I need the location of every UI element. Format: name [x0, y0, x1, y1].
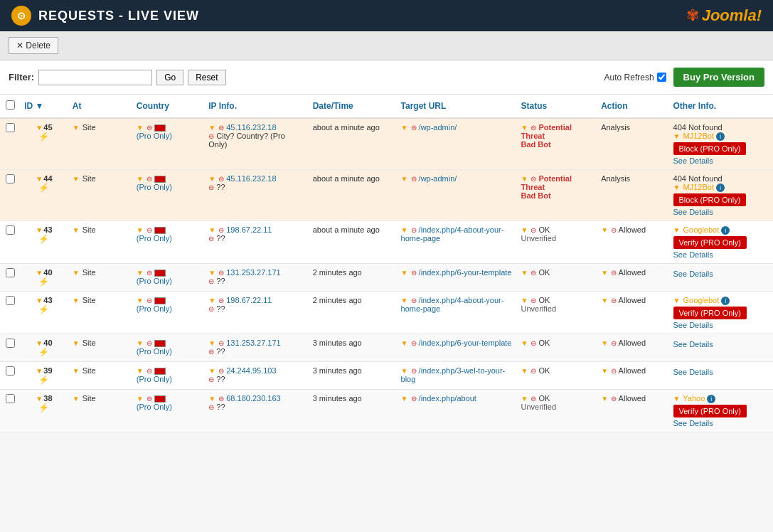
target-url-link[interactable]: /index.php/3-wel-to-your-blog [401, 366, 506, 383]
ip-address-link[interactable]: 24.244.95.103 [226, 366, 276, 375]
col-header-id[interactable]: ID ▼ [20, 95, 68, 118]
row-status: ▼ ⊖ Potential ThreatBad Bot [517, 118, 597, 170]
target-url-link[interactable]: /index.php/6-your-template [419, 268, 512, 277]
info-icon[interactable]: i [707, 395, 715, 403]
row-checkbox[interactable] [6, 174, 15, 183]
row-ip: ▼ ⊖ 198.67.22.11 ⊖ ?? [204, 221, 308, 264]
info-icon[interactable]: i [716, 183, 725, 192]
row-checkbox-cell[interactable] [0, 390, 20, 432]
col-header-url[interactable]: Target URL [397, 95, 517, 118]
info-icon[interactable]: i [721, 297, 730, 305]
buy-pro-button[interactable]: Buy Pro Version [673, 68, 764, 87]
see-details-link[interactable]: See Details [673, 270, 769, 278]
reset-button[interactable]: Reset [188, 70, 225, 85]
target-url-link[interactable]: /index.php/4-about-your-home-page [401, 225, 504, 243]
row-checkbox[interactable] [6, 296, 15, 305]
see-details-link[interactable]: See Details [673, 340, 769, 349]
country-pro-only: (Pro Only) [137, 375, 172, 383]
target-url-link[interactable]: /index.php/about [419, 394, 476, 403]
see-details-link[interactable]: See Details [673, 368, 769, 376]
row-checkbox[interactable] [6, 225, 15, 235]
filter-funnel-at: ▼ [73, 175, 80, 183]
delete-button[interactable]: ✕ Delete [9, 37, 58, 54]
select-all-checkbox-header[interactable] [0, 95, 20, 118]
filter-funnel-status: ▼ [521, 297, 528, 304]
verify-pro-button[interactable]: Verify (PRO Only) [673, 405, 747, 417]
ip-detail: ?? [216, 234, 225, 243]
row-url: ▼ ⊖ /index.php/6-your-template [397, 264, 517, 292]
row-checkbox[interactable] [6, 339, 15, 348]
filter-input[interactable] [38, 70, 152, 85]
block-icon-url: ⊖ [411, 175, 417, 183]
allowed-value: Allowed [619, 339, 646, 347]
filter-funnel-bot: ▼ [673, 132, 681, 140]
block-icon-country: ⊖ [146, 124, 152, 132]
row-checkbox-cell[interactable] [0, 334, 20, 362]
ip-address-link[interactable]: 198.67.22.11 [226, 225, 272, 234]
col-header-status[interactable]: Status [517, 95, 597, 118]
row-checkbox[interactable] [6, 268, 15, 277]
bot-name-link[interactable]: Googlebot [683, 225, 719, 234]
col-header-action[interactable]: Action [597, 95, 668, 118]
col-header-country[interactable]: Country [132, 95, 204, 118]
auto-refresh-checkbox[interactable] [657, 73, 666, 82]
filter-funnel-ip: ▼ [208, 269, 215, 277]
see-details-link[interactable]: See Details [673, 250, 769, 259]
target-url-link[interactable]: /index.php/4-about-your-home-page [401, 296, 504, 313]
joomla-icon: ✾ [686, 6, 699, 25]
lightning-icon: ⚡ [38, 304, 49, 314]
ip-address-link[interactable]: 45.116.232.18 [226, 174, 276, 183]
row-checkbox-cell[interactable] [0, 264, 20, 292]
ip-address-link[interactable]: 45.116.232.18 [226, 123, 276, 132]
block-icon-action: ⊖ [611, 226, 617, 234]
row-checkbox-cell[interactable] [0, 221, 20, 264]
row-checkbox[interactable] [6, 366, 15, 376]
block-icon-action: ⊖ [611, 339, 617, 347]
target-url-link[interactable]: /wp-admin/ [419, 174, 457, 183]
block-icon-url: ⊖ [411, 124, 417, 132]
see-details-link[interactable]: See Details [673, 321, 769, 329]
see-details-link[interactable]: See Details [673, 419, 769, 427]
filter-funnel-at: ▼ [73, 124, 80, 132]
ip-address-link[interactable]: 131.253.27.171 [226, 268, 280, 277]
see-details-link[interactable]: See Details [673, 156, 769, 165]
allowed-value: Allowed [619, 394, 646, 403]
ip-address-link[interactable]: 198.67.22.11 [226, 296, 272, 304]
col-header-other[interactable]: Other Info. [669, 95, 773, 118]
row-checkbox-cell[interactable] [0, 362, 20, 390]
go-button[interactable]: Go [156, 70, 183, 85]
see-details-link[interactable]: See Details [673, 208, 769, 216]
filter-funnel-url: ▼ [401, 339, 408, 347]
bot-name-link[interactable]: Googlebot [683, 296, 719, 304]
info-icon[interactable]: i [716, 132, 725, 141]
info-icon[interactable]: i [721, 226, 730, 235]
verify-pro-button[interactable]: Verify (PRO Only) [673, 236, 747, 249]
filter-funnel-at: ▼ [73, 339, 80, 347]
col-header-at[interactable]: At [68, 95, 132, 118]
bot-name-link[interactable]: Yahoo [683, 394, 705, 403]
auto-refresh-toggle[interactable]: Auto Refresh [604, 73, 666, 83]
filter-right: Auto Refresh Buy Pro Version [604, 68, 764, 87]
row-other-info: See Details [669, 362, 773, 390]
select-all-checkbox[interactable] [6, 100, 15, 110]
ip-detail: ?? [216, 403, 225, 411]
block-pro-button[interactable]: Block (PRO Only) [673, 142, 747, 155]
col-header-ip[interactable]: IP Info. [204, 95, 308, 118]
row-checkbox-cell[interactable] [0, 292, 20, 334]
target-url-link[interactable]: /index.php/6-your-template [419, 339, 512, 347]
row-checkbox-cell[interactable] [0, 170, 20, 221]
row-checkbox-cell[interactable] [0, 118, 20, 170]
bot-name-link[interactable]: MJ12Bot [683, 132, 713, 140]
bot-name-link[interactable]: MJ12Bot [683, 183, 713, 191]
filter-funnel-country: ▼ [137, 339, 144, 347]
ip-address-link[interactable]: 131.253.27.171 [226, 339, 280, 347]
col-header-datetime[interactable]: Date/Time [309, 95, 397, 118]
live-view-icon: ⊙ [11, 6, 31, 26]
target-url-link[interactable]: /wp-admin/ [419, 123, 457, 132]
block-pro-button[interactable]: Block (PRO Only) [673, 193, 747, 206]
ip-address-link[interactable]: 68.180.230.163 [226, 394, 280, 403]
row-checkbox[interactable] [6, 394, 15, 403]
row-ip: ▼ ⊖ 45.116.232.18 ⊖ ?? [204, 170, 308, 221]
row-checkbox[interactable] [6, 123, 15, 132]
verify-pro-button[interactable]: Verify (PRO Only) [673, 307, 747, 319]
